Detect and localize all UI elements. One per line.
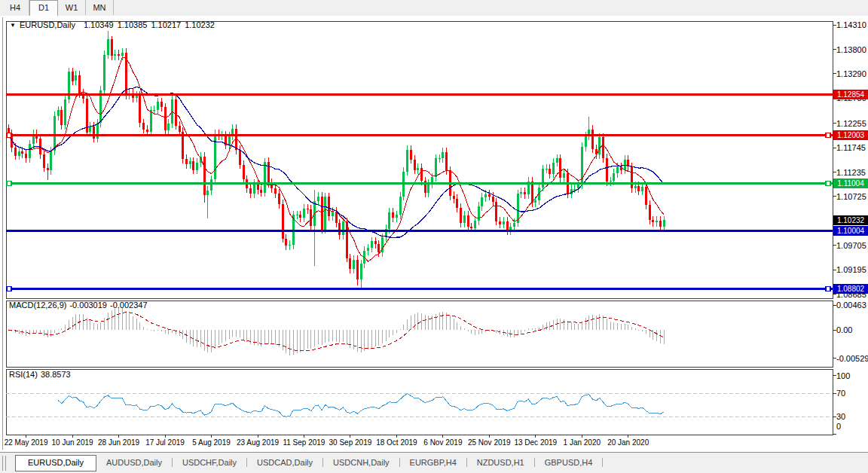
- rsi-tick-label: 30: [836, 412, 845, 421]
- tab-gbpusd-h4[interactable]: GBPUSD,H4: [535, 455, 604, 470]
- rsi-value: 38.8573: [41, 370, 71, 379]
- date-tick-label: 1 Jan 2020: [564, 438, 601, 447]
- macd-tick-label: -0.00529: [836, 354, 868, 363]
- ohlc-close: 1.10232: [185, 20, 215, 29]
- ohlc-high: 1.10385: [118, 20, 148, 29]
- date-tick-label: 25 Nov 2019: [468, 438, 511, 447]
- chart-title: ▼EURUSD,Daily1.103491.103851.102171.1023…: [10, 20, 215, 29]
- tabbar-gripper[interactable]: [2, 456, 6, 471]
- date-tick-label: 13 Dec 2019: [514, 438, 557, 447]
- date-tick-label: 11 Sep 2019: [283, 438, 325, 447]
- line-handle: [7, 181, 11, 185]
- date-tick-label: 6 Nov 2019: [423, 438, 462, 447]
- chevron-down-icon[interactable]: ▼: [10, 22, 16, 29]
- tab-audusd-daily[interactable]: AUDUSD,Daily: [96, 455, 173, 470]
- price-tick-label: 1.13290: [836, 69, 866, 78]
- price-level-badge: 1.12003: [833, 130, 868, 140]
- price-level-badge: 1.11004: [833, 179, 868, 188]
- line-handle: [7, 286, 11, 291]
- price-tick-label: 1.11745: [836, 143, 866, 152]
- date-tick-label: 23 Aug 2019: [237, 438, 279, 447]
- line-handle: [7, 133, 11, 138]
- date-tick-label: 30 Sep 2019: [329, 438, 372, 447]
- date-tick-label: 18 Oct 2019: [376, 438, 417, 447]
- date-tick-label: 20 Jan 2020: [607, 438, 649, 447]
- panel-frames: [7, 22, 833, 435]
- rsi-indicator-label: RSI(14)38.8573: [9, 370, 74, 379]
- price-tick-label: 1.10725: [836, 192, 866, 201]
- tab-usdcad-daily[interactable]: USDCAD,Daily: [247, 455, 323, 470]
- price-tick-label: 1.14310: [836, 20, 866, 29]
- line-handle: [826, 286, 830, 291]
- chart-canvas[interactable]: [0, 0, 868, 473]
- line-handle: [826, 181, 830, 185]
- macd-indicator-label: MACD(12,26,9)-0.003019-0.002347: [9, 301, 151, 310]
- tab-eurgbp-h4[interactable]: EURGBP,H4: [400, 455, 467, 470]
- ohlc-low: 1.10217: [151, 20, 181, 29]
- macd-main-value: -0.003019: [69, 301, 107, 310]
- tab-usdcnh-daily[interactable]: USDCNH,Daily: [323, 455, 400, 470]
- price-tick-label: 1.12255: [836, 119, 866, 128]
- macd-tick-label: 0.00463: [836, 301, 866, 310]
- line-handle: [826, 133, 830, 138]
- symbol-tabbar: EURUSD,DailyAUDUSD,DailyUSDCHF,DailyUSDC…: [0, 452, 868, 473]
- price-tick-label: 1.09195: [836, 265, 866, 274]
- ohlc-open: 1.10349: [84, 20, 114, 29]
- price-level-badge: 1.08802: [833, 284, 868, 294]
- date-tick-label: 17 Jul 2019: [145, 438, 185, 447]
- date-tick-label: 28 Jun 2019: [98, 438, 139, 447]
- current-price-badge: 1.10232: [833, 215, 868, 225]
- tab-nzdusd-h1[interactable]: NZDUSD,H1: [467, 455, 535, 470]
- rsi-name: RSI(14): [9, 370, 38, 379]
- date-tick-label: 10 Jun 2019: [52, 438, 93, 447]
- rsi-tick-label: 100: [836, 371, 850, 380]
- date-tick-label: 22 May 2019: [5, 438, 48, 447]
- tab-usdchf-daily[interactable]: USDCHF,Daily: [173, 455, 247, 470]
- macd-name: MACD(12,26,9): [9, 301, 66, 310]
- price-tick-label: 1.13800: [836, 45, 866, 54]
- macd-tick-label: 0.00: [836, 325, 852, 334]
- chart-symbol-label: EURUSD,Daily: [20, 20, 75, 29]
- date-tick-label: 5 Aug 2019: [192, 438, 231, 447]
- price-level-badge: 1.10004: [833, 226, 868, 236]
- macd-signal-value: -0.002347: [110, 301, 148, 310]
- rsi-tick-label: 0: [836, 422, 841, 431]
- rsi-tick-label: 70: [836, 389, 845, 398]
- price-level-badge: 1.12854: [833, 90, 868, 99]
- price-tick-label: 1.11235: [836, 168, 866, 177]
- tab-eurusd-daily[interactable]: EURUSD,Daily: [15, 455, 96, 471]
- price-tick-label: 1.09705: [836, 241, 866, 250]
